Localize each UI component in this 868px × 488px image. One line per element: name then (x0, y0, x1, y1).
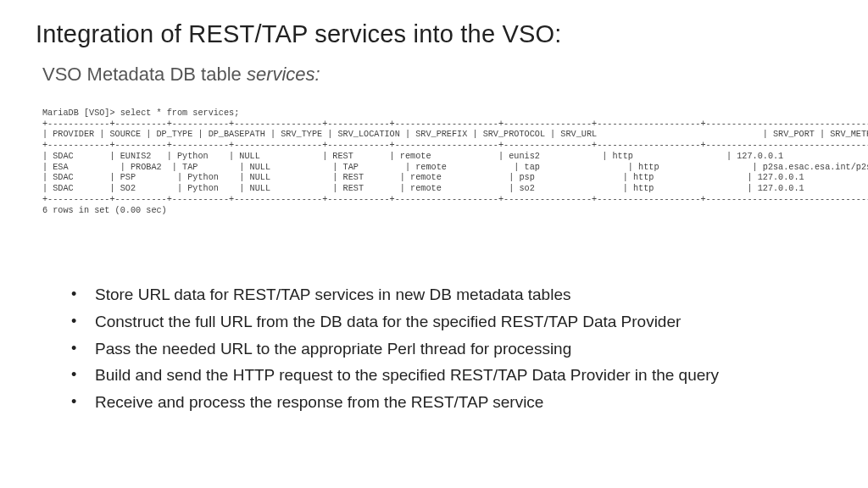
page-title: Integration of REST/TAP services into th… (36, 20, 832, 48)
bullet-list: Store URL data for REST/TAP services in … (71, 284, 832, 413)
console-border-top: +------------+----------+-----------+---… (42, 119, 868, 129)
list-item: Build and send the HTTP request to the s… (71, 364, 832, 386)
list-item: Construct the full URL from the DB data … (71, 311, 832, 333)
table-row: | ESA | PROBA2 | TAP | NULL | TAP | remo… (42, 163, 868, 172)
console-border-mid: +------------+----------+-----------+---… (42, 141, 868, 150)
list-item: Receive and process the response from th… (71, 391, 832, 413)
subtitle-italic: services: (247, 64, 320, 85)
list-item: Pass the needed URL to the appropriate P… (71, 338, 832, 360)
subtitle: VSO Metadata DB table services: (42, 64, 832, 86)
table-row: | SDAC | EUNIS2 | Python | NULL | REST |… (42, 152, 868, 161)
console-command: MariaDB [VSO]> select * from services; (42, 108, 239, 118)
table-row: | SDAC | PSP | Python | NULL | REST | re… (42, 173, 868, 182)
console-border-bot: +------------+----------+-----------+---… (42, 195, 868, 204)
console-header: | PROVIDER | SOURCE | DP_TYPE | DP_BASEP… (42, 130, 868, 139)
console-footer: 6 rows in set (0.00 sec) (42, 206, 167, 215)
table-row: | SDAC | SO2 | Python | NULL | REST | re… (42, 184, 868, 193)
subtitle-prefix: VSO Metadata DB table (42, 64, 247, 85)
console-output: MariaDB [VSO]> select * from services; +… (42, 97, 832, 216)
slide: Integration of REST/TAP services into th… (0, 0, 868, 413)
list-item: Store URL data for REST/TAP services in … (71, 284, 832, 306)
